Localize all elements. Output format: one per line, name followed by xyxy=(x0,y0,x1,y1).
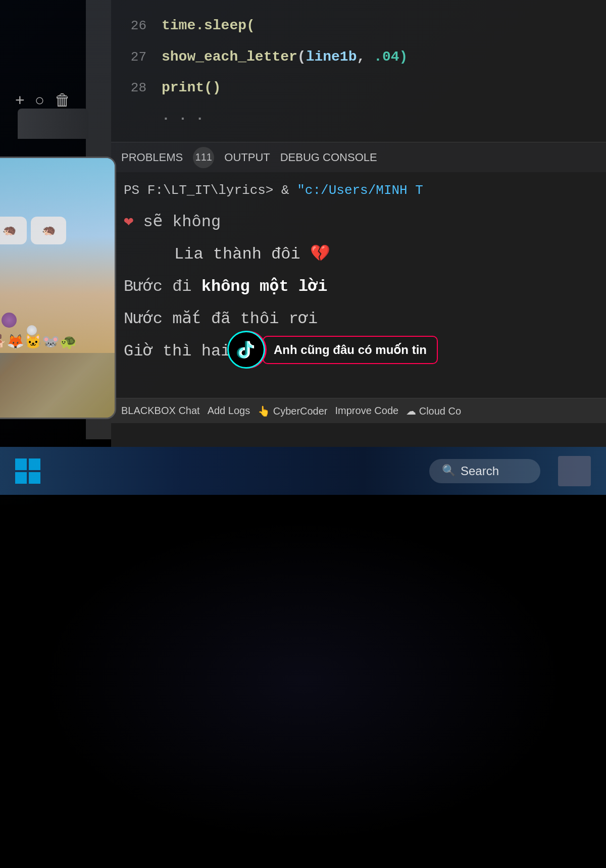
output-tab[interactable]: OUTPUT xyxy=(224,151,270,164)
windows-pane-3 xyxy=(15,472,27,484)
problems-tab[interactable]: PROBLEMS xyxy=(121,151,183,164)
line-number-26: 26 xyxy=(121,12,146,40)
line-number-28: 28 xyxy=(121,74,146,103)
code-content-29: · · · xyxy=(162,104,204,135)
phone-bottom xyxy=(0,353,115,418)
improve-code-button[interactable]: Improve Code xyxy=(335,405,399,417)
code-line-27: 27 show_each_letter(line1b, .04) xyxy=(121,41,596,73)
code-content-28: print() xyxy=(162,72,221,104)
ps-line: PS F:\LT_IT\lyrics> & "c:/Users/MINH T xyxy=(124,177,593,203)
debug-console-tab[interactable]: DEBUG CONSOLE xyxy=(280,151,377,164)
chat-bubbles: 🦔 🦔 xyxy=(0,217,66,244)
code-content-26: time.sleep( xyxy=(162,10,255,41)
circle-button[interactable]: ○ xyxy=(35,91,44,110)
tiktok-bubble: Anh cũng đâu có muốn tin xyxy=(227,331,438,369)
tiktok-text-bubble: Anh cũng đâu có muốn tin xyxy=(263,336,438,364)
windows-logo[interactable] xyxy=(15,458,40,484)
code-section: 26 time.sleep( 27 show_each_letter(line1… xyxy=(111,0,606,142)
windows-pane-2 xyxy=(29,458,40,470)
orb-purple xyxy=(2,313,17,328)
tiktok-icon xyxy=(227,331,265,369)
chat-bubble-2: 🦔 xyxy=(31,217,66,244)
taskbar-square-icon[interactable] xyxy=(558,456,591,486)
cloud-code-button[interactable]: ☁ Cloud Co xyxy=(406,405,461,417)
line-number-27: 27 xyxy=(121,43,146,72)
game-characters: 🐕🦊🐱🐭🐢 xyxy=(0,333,77,350)
lyric-line-2: Lia thành đôi 💔 xyxy=(124,238,593,271)
code-line-29: · · · xyxy=(121,104,596,135)
trash-button[interactable]: 🗑 xyxy=(55,91,71,110)
cybercoder-button[interactable]: 👆 CyberCoder xyxy=(258,405,327,417)
blackbox-toolbar: BLACKBOX Chat Add Logs 👆 CyberCoder Impr… xyxy=(111,398,606,423)
add-logs-button[interactable]: Add Logs xyxy=(208,405,250,417)
tab-area[interactable] xyxy=(18,109,88,139)
add-button[interactable]: + xyxy=(15,91,25,110)
vscode-editor: 26 time.sleep( 27 show_each_letter(line1… xyxy=(111,0,606,454)
lyric-line-3: Bước đi không một lời xyxy=(124,271,593,303)
problems-badge: 111 xyxy=(193,147,214,168)
lyric-line-1: ❤ sẽ không xyxy=(124,206,593,238)
terminal-output: PS F:\LT_IT\lyrics> & "c:/Users/MINH T xyxy=(111,172,606,211)
chat-bubble-1: 🦔 xyxy=(0,217,27,244)
search-label: Search xyxy=(461,464,499,478)
search-icon: 🔍 xyxy=(442,464,456,478)
code-line-28: 28 print() xyxy=(121,72,596,104)
windows-pane-4 xyxy=(29,472,40,484)
top-controls: + ○ 🗑 xyxy=(15,91,71,110)
terminal-bar: PROBLEMS 111 OUTPUT DEBUG CONSOLE xyxy=(111,142,606,172)
windows-taskbar: 🔍 Search xyxy=(0,447,606,495)
tiktok-logo-svg xyxy=(236,339,257,361)
code-content-27: show_each_letter(line1b, .04) xyxy=(162,41,408,73)
taskbar-search[interactable]: 🔍 Search xyxy=(429,459,540,483)
code-line-26: 26 time.sleep( xyxy=(121,10,596,41)
dark-background xyxy=(0,495,606,868)
orb-white xyxy=(27,325,37,335)
phone-overlay: 🦔 🦔 🐕🦊🐱🐭🐢 xyxy=(0,157,116,419)
phone-game-scene: 🦔 🦔 🐕🦊🐱🐭🐢 xyxy=(0,158,115,353)
blackbox-chat-button[interactable]: BLACKBOX Chat xyxy=(121,405,200,417)
windows-pane-1 xyxy=(15,458,27,470)
